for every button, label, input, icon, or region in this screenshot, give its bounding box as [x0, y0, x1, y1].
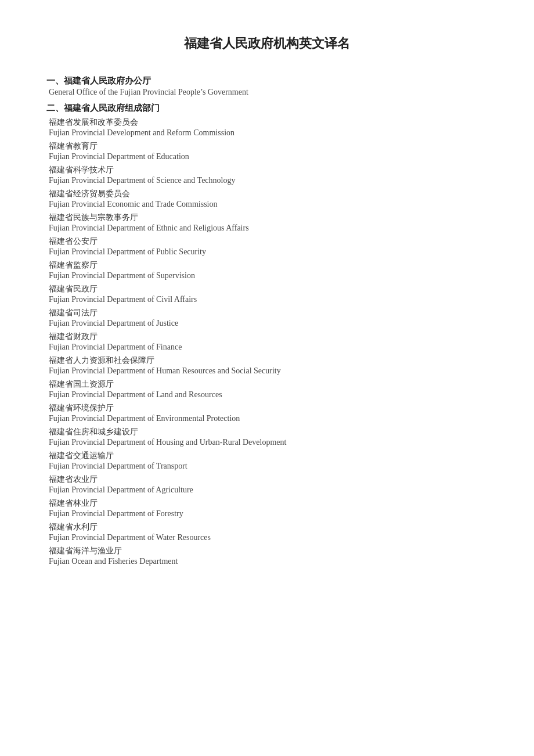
chinese-name-1-6: 福建省监察厅: [46, 260, 488, 271]
english-name-1-0: Fujian Provincial Development and Reform…: [46, 128, 488, 138]
entry-group-1-6: 福建省监察厅 Fujian Provincial Department of S…: [46, 260, 488, 280]
english-name-1-14: Fujian Provincial Department of Transpor…: [46, 462, 488, 471]
english-name-1-17: Fujian Provincial Department of Water Re…: [46, 533, 488, 542]
chinese-name-1-8: 福建省司法厅: [46, 308, 488, 318]
entry-group-0-0: General Office of the Fujian Provincial …: [46, 88, 488, 97]
english-name-1-1: Fujian Provincial Department of Educatio…: [46, 152, 488, 161]
entry-group-1-9: 福建省财政厅 Fujian Provincial Department of F…: [46, 332, 488, 352]
chinese-name-1-1: 福建省教育厅: [46, 141, 488, 152]
section-1: 一、福建省人民政府办公厅 General Office of the Fujia…: [46, 75, 488, 97]
entry-group-1-0: 福建省发展和改革委员会 Fujian Provincial Developmen…: [46, 117, 488, 138]
page-title: 福建省人民政府机构英文译名: [46, 35, 488, 52]
english-name-1-18: Fujian Ocean and Fisheries Department: [46, 557, 488, 566]
entry-group-1-13: 福建省住房和城乡建设厅 Fujian Provincial Department…: [46, 427, 488, 447]
english-name-1-5: Fujian Provincial Department of Public S…: [46, 247, 488, 257]
chinese-name-1-4: 福建省民族与宗教事务厅: [46, 213, 488, 223]
english-name-1-16: Fujian Provincial Department of Forestry: [46, 509, 488, 519]
english-name-1-8: Fujian Provincial Department of Justice: [46, 319, 488, 328]
english-name-1-11: Fujian Provincial Department of Land and…: [46, 390, 488, 399]
chinese-name-1-11: 福建省国土资源厅: [46, 379, 488, 390]
chinese-name-1-16: 福建省林业厅: [46, 498, 488, 509]
chinese-name-1-10: 福建省人力资源和社会保障厅: [46, 355, 488, 366]
section-2: 二、福建省人民政府组成部门 福建省发展和改革委员会 Fujian Provinc…: [46, 103, 488, 566]
english-name-1-13: Fujian Provincial Department of Housing …: [46, 438, 488, 447]
english-name-1-15: Fujian Provincial Department of Agricult…: [46, 485, 488, 495]
entry-group-1-8: 福建省司法厅 Fujian Provincial Department of J…: [46, 308, 488, 328]
entry-group-1-12: 福建省环境保护厅 Fujian Provincial Department of…: [46, 403, 488, 423]
chinese-name-1-13: 福建省住房和城乡建设厅: [46, 427, 488, 437]
english-name-1-6: Fujian Provincial Department of Supervis…: [46, 271, 488, 280]
entry-group-1-1: 福建省教育厅 Fujian Provincial Department of E…: [46, 141, 488, 161]
chinese-name-1-15: 福建省农业厅: [46, 474, 488, 485]
chinese-name-1-2: 福建省科学技术厅: [46, 165, 488, 175]
entry-group-1-5: 福建省公安厅 Fujian Provincial Department of P…: [46, 236, 488, 257]
chinese-name-1-17: 福建省水利厅: [46, 522, 488, 532]
chinese-name-1-18: 福建省海洋与渔业厅: [46, 546, 488, 556]
english-name-1-2: Fujian Provincial Department of Science …: [46, 176, 488, 185]
chinese-name-1-0: 福建省发展和改革委员会: [46, 117, 488, 128]
section-1-heading: 一、福建省人民政府办公厅: [46, 75, 488, 87]
english-name-1-3: Fujian Provincial Economic and Trade Com…: [46, 200, 488, 209]
chinese-name-1-12: 福建省环境保护厅: [46, 403, 488, 413]
section-2-heading: 二、福建省人民政府组成部门: [46, 103, 488, 114]
english-name-1-9: Fujian Provincial Department of Finance: [46, 343, 488, 352]
english-name-1-10: Fujian Provincial Department of Human Re…: [46, 366, 488, 376]
chinese-name-1-9: 福建省财政厅: [46, 332, 488, 342]
entry-group-1-18: 福建省海洋与渔业厅 Fujian Ocean and Fisheries Dep…: [46, 546, 488, 566]
entry-group-1-10: 福建省人力资源和社会保障厅 Fujian Provincial Departme…: [46, 355, 488, 376]
entry-group-1-7: 福建省民政厅 Fujian Provincial Department of C…: [46, 284, 488, 304]
english-name-1-7: Fujian Provincial Department of Civil Af…: [46, 295, 488, 304]
entry-group-1-3: 福建省经济贸易委员会 Fujian Provincial Economic an…: [46, 189, 488, 209]
english-name-0-0: General Office of the Fujian Provincial …: [46, 88, 488, 97]
english-name-1-12: Fujian Provincial Department of Environm…: [46, 414, 488, 423]
chinese-name-1-5: 福建省公安厅: [46, 236, 488, 247]
entry-group-1-4: 福建省民族与宗教事务厅 Fujian Provincial Department…: [46, 213, 488, 233]
chinese-name-1-3: 福建省经济贸易委员会: [46, 189, 488, 199]
entry-group-1-14: 福建省交通运输厅 Fujian Provincial Department of…: [46, 451, 488, 471]
content-area: 一、福建省人民政府办公厅 General Office of the Fujia…: [46, 75, 488, 566]
chinese-name-1-7: 福建省民政厅: [46, 284, 488, 294]
entry-group-1-17: 福建省水利厅 Fujian Provincial Department of W…: [46, 522, 488, 542]
entry-group-1-2: 福建省科学技术厅 Fujian Provincial Department of…: [46, 165, 488, 185]
english-name-1-4: Fujian Provincial Department of Ethnic a…: [46, 224, 488, 233]
entry-group-1-16: 福建省林业厅 Fujian Provincial Department of F…: [46, 498, 488, 519]
entry-group-1-11: 福建省国土资源厅 Fujian Provincial Department of…: [46, 379, 488, 399]
entry-group-1-15: 福建省农业厅 Fujian Provincial Department of A…: [46, 474, 488, 495]
chinese-name-1-14: 福建省交通运输厅: [46, 451, 488, 461]
